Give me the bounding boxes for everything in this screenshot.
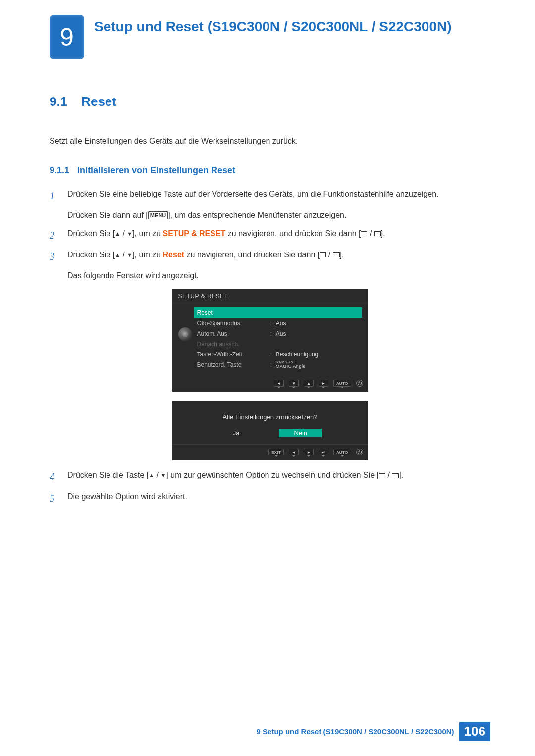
chapter-title: Setup und Reset (S19C300N / S20C300NL / … [94,18,452,36]
osd-exit-button: EXIT [268,449,284,455]
document-page: 9 Setup und Reset (S19C300N / S20C300NL … [0,0,535,756]
osd-title: SETUP & RESET [172,289,368,303]
section-description: Setzt alle Einstellungen des Geräts auf … [50,137,490,146]
step-5: 5 Die gewählte Option wird aktiviert. [50,491,490,506]
page-footer: 9 Setup und Reset (S19C300N / S20C300NL … [257,722,490,741]
osd-menu-list: Reset Öko-Sparmodus:Aus Autom. Aus:Aus D… [197,307,362,370]
step-number: 4 [50,469,59,485]
keyword-setup-reset: SETUP & RESET [163,229,226,238]
step-number: 5 [50,491,59,506]
step-body: Drücken Sie [▲ / ▼], um zu Reset zu navi… [67,249,490,283]
chapter-number-box: 9 [50,15,84,59]
osd-setup-reset-menu: SETUP & RESET Reset Öko-Sparmodus:Aus Au… [172,289,368,392]
step-body: Drücken Sie eine beliebige Taste auf der… [67,188,490,222]
up-triangle-icon: ▲ [149,473,154,478]
osd-row: Autom. Aus:Aus [197,328,362,339]
step-list: 1 Drücken Sie eine beliebige Taste auf d… [50,188,490,506]
step-2: 2 Drücken Sie [▲ / ▼], um zu SETUP & RES… [50,228,490,243]
step-4: 4 Drücken Sie die Taste [▲ / ▼] um zur g… [50,469,490,485]
step-1: 1 Drücken Sie eine beliebige Taste auf d… [50,188,490,222]
osd-back-icon: ◄ [274,380,284,387]
step-number: 2 [50,228,59,243]
page-number: 106 [459,722,490,741]
source-icon [379,473,385,478]
power-icon [356,449,363,455]
section-heading: 9.1 Reset [50,94,490,109]
osd-confirm-question: Alle Einstellungen zurücksetzen? [172,407,368,429]
samsung-magic-label: SAMSUNGMAGIC Angle [276,360,306,369]
gear-icon [178,327,192,341]
step-body: Drücken Sie die Taste [▲ / ▼] um zur gew… [67,469,490,485]
osd-auto-button: AUTO [333,449,351,455]
enter-icon [374,231,381,236]
step-subtext: Das folgende Fenster wird angezeigt. [67,270,490,282]
chapter-header: 9 Setup und Reset (S19C300N / S20C300NL … [50,15,490,59]
osd-right-icon: ► [304,449,314,455]
osd-row-reset: Reset [194,307,362,318]
osd-option-no: Nein [279,429,322,437]
osd-confirm-options: Ja Nein [172,429,368,444]
step-number: 3 [50,249,59,283]
step-text: Drücken Sie eine beliebige Taste auf der… [67,190,438,198]
section-title: Reset [81,94,116,109]
osd-up-icon: ▲ [304,380,314,387]
footer-text: 9 Setup und Reset (S19C300N / S20C300NL … [257,727,454,736]
section-number: 9.1 [50,94,67,109]
osd-row-disabled: Danach aussch. [197,339,362,349]
enter-icon [333,252,340,257]
osd-row: Tasten-Wdh.-Zeit:Beschleunigung [197,349,362,359]
osd-screenshots: SETUP & RESET Reset Öko-Sparmodus:Aus Au… [50,289,490,460]
osd-row: Öko-Sparmodus:Aus [197,318,362,328]
osd-option-yes: Ja [218,429,255,437]
menu-key-icon: MENU [148,211,168,219]
subsection-heading: 9.1.1 Initialisieren von Einstellungen R… [50,165,490,176]
osd-row: Benutzerd. Taste:SAMSUNGMAGIC Angle [197,359,362,370]
subsection-number: 9.1.1 [50,165,69,176]
step-body: Die gewählte Option wird aktiviert. [67,491,490,506]
step-body: Drücken Sie [▲ / ▼], um zu SETUP & RESET… [67,228,490,243]
keyword-reset: Reset [163,251,185,259]
step-3: 3 Drücken Sie [▲ / ▼], um zu Reset zu na… [50,249,490,283]
up-triangle-icon: ▲ [115,231,120,237]
osd-enter-icon: ↵ [319,449,328,455]
osd-right-icon: ► [319,380,328,387]
osd-auto-button: AUTO [333,380,351,387]
osd-button-bar: ◄ ▼ ▲ ► AUTO [172,377,368,392]
osd-button-bar: EXIT ◄ ► ↵ AUTO [172,444,368,460]
down-triangle-icon: ▼ [127,231,132,237]
osd-down-icon: ▼ [289,380,299,387]
down-triangle-icon: ▼ [160,473,166,478]
step-subtext: Drücken Sie dann auf [MENU], um das ents… [67,209,490,222]
chapter-number: 9 [60,23,74,51]
down-triangle-icon: ▼ [127,252,132,258]
subsection-title: Initialisieren von Einstellungen Reset [77,165,235,176]
osd-left-icon: ◄ [289,449,299,455]
source-icon [320,252,326,257]
osd-confirm-dialog: Alle Einstellungen zurücksetzen? Ja Nein… [172,401,368,460]
enter-icon [392,473,399,478]
power-icon [356,380,363,387]
source-icon [361,231,367,236]
up-triangle-icon: ▲ [115,252,120,258]
step-number: 1 [50,188,59,222]
